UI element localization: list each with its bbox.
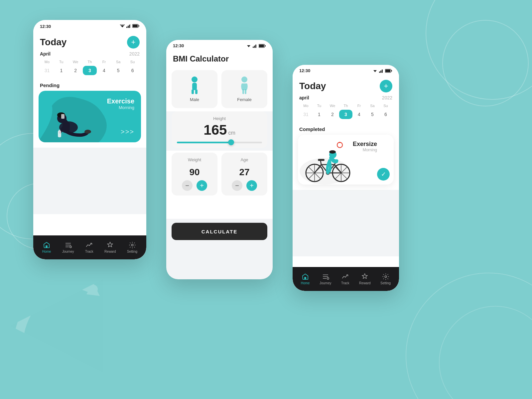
add-button-1[interactable]: + [127,36,140,49]
svg-rect-24 [255,45,256,48]
svg-point-19 [69,246,71,248]
signal-icon-2 [253,44,257,48]
svg-rect-62 [318,159,325,161]
age-minus-btn[interactable]: − [232,180,242,191]
nav-track-label-3: Track [341,281,349,285]
age-label: Age [240,157,248,162]
svg-rect-33 [242,89,244,94]
calendar-1: April 2022 Mo Tu We Th Fr Sa Su 31 1 2 3… [33,51,146,79]
age-card: Age 27 − + [221,153,267,196]
weight-card: Weight 90 − + [172,153,217,196]
nav-journey-1[interactable]: Journey [59,239,77,255]
nav-setting-1[interactable]: Setting [124,239,141,255]
battery-icon-1 [132,23,140,29]
nav-reward-3[interactable]: Reward [356,271,374,287]
nav-setting-label-3: Setting [380,281,391,285]
height-value: 165cm [177,123,262,137]
nav-reward-label-1: Reward [104,250,116,253]
calendar-month-3: april [299,95,309,100]
female-icon [238,76,251,94]
reward-icon-1 [106,241,114,249]
height-section: Height 165cm [172,111,267,148]
calculate-button[interactable]: CALCULATE [172,223,267,240]
nav-journey-3[interactable]: Journey [316,271,335,287]
svg-rect-23 [254,46,255,48]
weight-age-row: Weight 90 − + Age 27 − + [166,151,273,199]
nav-home-3[interactable]: Home [298,271,313,287]
weight-minus-btn[interactable]: − [182,180,193,191]
female-card[interactable]: Female [221,70,267,108]
svg-point-65 [329,150,336,154]
female-label: Female [237,97,251,102]
track-icon-1 [85,241,93,249]
male-label: Male [190,97,199,102]
svg-rect-18 [46,245,48,248]
gray-area-1 [33,148,146,214]
nav-home-label-1: Home [42,250,51,253]
svg-marker-35 [373,70,377,72]
weight-plus-btn[interactable]: + [197,180,207,191]
svg-rect-34 [245,89,246,94]
signal-icon-1 [126,23,131,29]
exercise-card-1[interactable]: Exercise Morning >>> [39,91,141,142]
status-bar-3: 12:30 [293,65,399,74]
svg-rect-6 [130,24,131,28]
journey-icon-3 [322,273,329,280]
svg-rect-5 [129,25,130,28]
battery-icon-3 [385,69,392,73]
nav-track-1[interactable]: Track [82,239,97,255]
setting-icon-3 [382,273,389,280]
svg-point-20 [131,244,133,246]
setting-icon-1 [129,241,136,249]
calendar-dates-3: 31 1 2 3 4 5 6 [299,110,392,119]
calendar-dates-1: 31 1 2 3 4 5 6 [40,66,140,75]
nav-home-1[interactable]: Home [39,239,55,255]
weight-value: 90 [189,167,200,178]
svg-rect-40 [385,69,390,72]
svg-point-14 [84,130,91,134]
nav-journey-label-3: Journey [320,281,332,285]
svg-line-61 [321,161,321,165]
phone2-bmi: 12:30 BMI Calculator [166,40,273,279]
nav-setting-3[interactable]: Setting [377,271,394,287]
pending-label-1: Pending [33,79,146,91]
reward-icon-3 [361,273,368,280]
completed-card-3[interactable]: Exersize Morning ✓ [298,135,394,185]
calendar-day-labels-1: Mo Tu We Th Fr Sa Su [40,59,140,65]
status-time-2: 12:30 [173,43,184,48]
gray-area-3 [293,190,399,256]
svg-rect-30 [192,89,194,94]
nav-track-label-1: Track [85,250,93,253]
svg-point-28 [192,76,198,82]
calendar-3: april 2022 Mo Tu We Th Fr Sa Su 31 1 2 3… [293,95,399,123]
svg-marker-1 [121,25,124,27]
svg-marker-21 [247,45,250,47]
height-slider[interactable] [177,142,262,143]
exercise-card-text-1: Exercise Morning [107,97,134,110]
home-icon-3 [302,273,309,280]
nav-track-3[interactable]: Track [338,271,353,287]
nav-reward-1[interactable]: Reward [101,239,119,255]
gender-row: Male Female [166,67,273,111]
status-icons-1 [120,23,140,29]
bmi-spacer [166,199,273,219]
completed-check-icon: ✓ [377,168,390,181]
battery-icon-2 [259,44,266,48]
male-card[interactable]: Male [172,70,217,108]
svg-rect-22 [253,47,254,48]
svg-rect-36 [379,71,380,73]
svg-rect-26 [259,45,264,47]
add-button-3[interactable]: + [380,80,392,92]
height-label: Height [177,116,262,121]
home-icon-1 [43,241,50,249]
phone3-completed: 12:30 Today + april 2022 [293,65,399,291]
svg-point-42 [300,158,349,185]
age-plus-btn[interactable]: + [246,180,257,191]
today-title-1: Today [40,37,66,48]
calendar-year-1: 2022 [129,51,140,57]
svg-rect-29 [192,83,197,90]
journey-icon-1 [65,241,72,249]
svg-rect-38 [382,69,383,73]
male-icon [188,76,201,94]
person-sitting-illustration [39,96,105,142]
